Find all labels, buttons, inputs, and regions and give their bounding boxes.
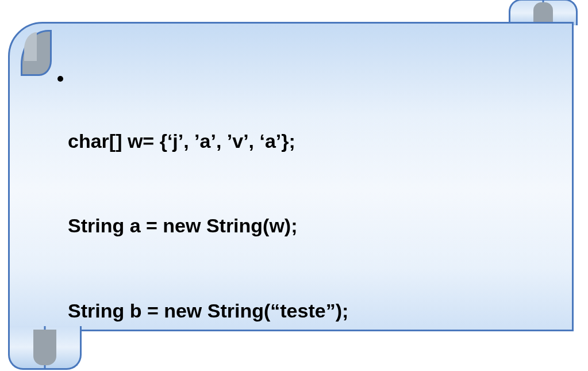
code-line-2: String a = new String(w); <box>68 212 565 240</box>
code-lines: char[] w= {‘j’, ’a’, ’v’, ‘a’}; String a… <box>57 70 565 371</box>
bullet-icon <box>57 76 63 82</box>
scroll-roll-bottom-left-inner <box>33 330 56 365</box>
slide-stage: char[] w= {‘j’, ’a’, ’v’, ‘a’}; String a… <box>0 0 588 371</box>
code-line-1: char[] w= {‘j’, ’a’, ’v’, ‘a’}; <box>68 127 565 155</box>
slide-text-block: char[] w= {‘j’, ’a’, ’v’, ‘a’}; String a… <box>57 70 565 371</box>
code-line-3: String b = new String(“teste”); <box>68 297 565 325</box>
scroll-roll-top-right-inner <box>533 2 553 24</box>
